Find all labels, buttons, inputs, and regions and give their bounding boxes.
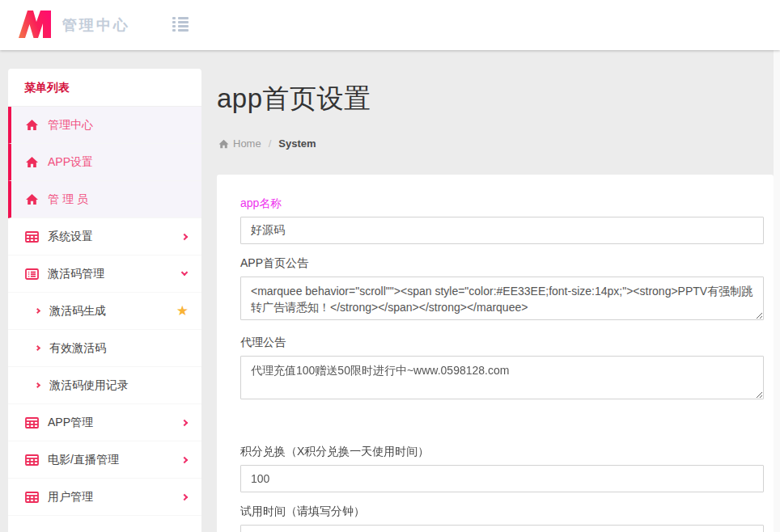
sidebar-item-label: 用户管理 xyxy=(48,490,93,505)
sidebar-item-user-management[interactable]: 用户管理 xyxy=(8,479,201,516)
sidebar-item-app-management[interactable]: APP管理 xyxy=(8,404,201,441)
points-exchange-label: 积分兑换（X积分兑换一天使用时间） xyxy=(240,445,764,459)
trial-time-label: 试用时间（请填写分钟） xyxy=(240,505,764,519)
sidebar-item-label: 管 理 员 xyxy=(48,192,88,207)
sidebar-item-label: 系统设置 xyxy=(48,230,93,244)
trial-time-input[interactable] xyxy=(240,525,764,532)
table-icon xyxy=(24,454,39,466)
sidebar-item-label: 电影/直播管理 xyxy=(48,453,119,467)
home-notice-label: APP首页公告 xyxy=(240,256,764,271)
app-name-input[interactable] xyxy=(240,217,764,244)
breadcrumb-home-link[interactable]: Home xyxy=(218,137,261,150)
chevron-down-icon xyxy=(181,269,188,276)
form-group-home-notice: APP首页公告 <marquee behavior="scroll""><spa… xyxy=(240,256,764,323)
sidebar-item-movie-live-management[interactable]: 电影/直播管理 xyxy=(8,441,201,479)
app-header: 管理中心 xyxy=(0,0,780,50)
form-group-app-name: app名称 xyxy=(240,196,764,244)
sidebar-subitem-activation-code-usage-log[interactable]: 激活码使用记录 xyxy=(8,367,201,404)
table-icon xyxy=(24,231,39,243)
sidebar-item-activation-code-management[interactable]: 激活码管理 xyxy=(8,255,201,293)
home-icon xyxy=(24,119,39,131)
sidebar-item-system-settings[interactable]: 系统设置 xyxy=(8,218,201,255)
agent-notice-label: 代理公告 xyxy=(240,336,764,350)
breadcrumb-separator: / xyxy=(269,137,272,150)
chevron-right-icon xyxy=(35,382,40,388)
chevron-right-icon xyxy=(35,308,40,314)
form-group-trial-time: 试用时间（请填写分钟） xyxy=(240,505,764,532)
brand-title: 管理中心 xyxy=(62,15,130,35)
main-content: app首页设置 Home / System app名称 APP首页公告 <mar… xyxy=(210,50,774,532)
breadcrumb-current: System xyxy=(278,137,316,150)
home-icon xyxy=(24,156,39,168)
sidebar: 菜单列表 管理中心 APP设置 管 理 员 系统设置 xyxy=(8,69,201,532)
chevron-right-icon xyxy=(181,493,188,500)
list-alt-icon xyxy=(24,268,39,280)
points-exchange-input[interactable] xyxy=(240,465,764,492)
sidebar-item-label: 管理中心 xyxy=(48,118,93,133)
table-icon xyxy=(24,492,39,503)
sidebar-subitem-label: 有效激活码 xyxy=(49,341,106,356)
settings-form-card: app名称 APP首页公告 <marquee behavior="scroll"… xyxy=(217,175,774,532)
sidebar-item-label: 激活码管理 xyxy=(48,267,104,281)
chevron-right-icon xyxy=(181,456,188,462)
sidebar-subitem-valid-activation-codes[interactable]: 有效激活码 xyxy=(8,330,201,367)
sidebar-item-label: APP管理 xyxy=(48,416,93,430)
breadcrumb-home-label: Home xyxy=(233,137,261,150)
sidebar-subitem-label: 激活码生成 xyxy=(49,304,106,319)
sidebar-item-admin-center[interactable]: 管理中心 xyxy=(8,107,201,144)
sidebar-menu-title: 菜单列表 xyxy=(8,69,201,107)
chevron-right-icon xyxy=(181,419,188,425)
star-icon: ★ xyxy=(176,304,189,318)
page-title: app首页设置 xyxy=(217,81,774,117)
sidebar-subitem-label: 激活码使用记录 xyxy=(49,378,129,393)
m-logo-icon xyxy=(18,8,52,42)
form-group-points-exchange: 积分兑换（X积分兑换一天使用时间） xyxy=(240,445,764,492)
home-icon xyxy=(24,193,39,205)
chevron-right-icon xyxy=(181,233,188,239)
table-icon xyxy=(24,417,39,429)
chevron-right-icon xyxy=(35,345,40,351)
scrollbar-track[interactable] xyxy=(774,50,780,532)
breadcrumb: Home / System xyxy=(217,137,774,150)
brand-logo[interactable]: 管理中心 xyxy=(18,8,130,42)
agent-notice-textarea[interactable]: 代理充值100赠送50限时进行中~www.0598128.com xyxy=(240,356,764,399)
app-name-label: app名称 xyxy=(240,196,764,211)
sidebar-subitem-generate-activation-code[interactable]: 激活码生成 ★ xyxy=(8,293,201,330)
home-icon xyxy=(218,139,229,149)
sidebar-toggle-button[interactable] xyxy=(172,17,189,33)
form-group-agent-notice: 代理公告 代理充值100赠送50限时进行中~www.0598128.com xyxy=(240,336,764,403)
home-notice-textarea[interactable]: <marquee behavior="scroll""><span style=… xyxy=(240,277,764,320)
sidebar-item-administrator[interactable]: 管 理 员 xyxy=(8,181,201,218)
sidebar-item-label: APP设置 xyxy=(48,155,93,170)
sidebar-item-app-settings[interactable]: APP设置 xyxy=(8,144,201,181)
